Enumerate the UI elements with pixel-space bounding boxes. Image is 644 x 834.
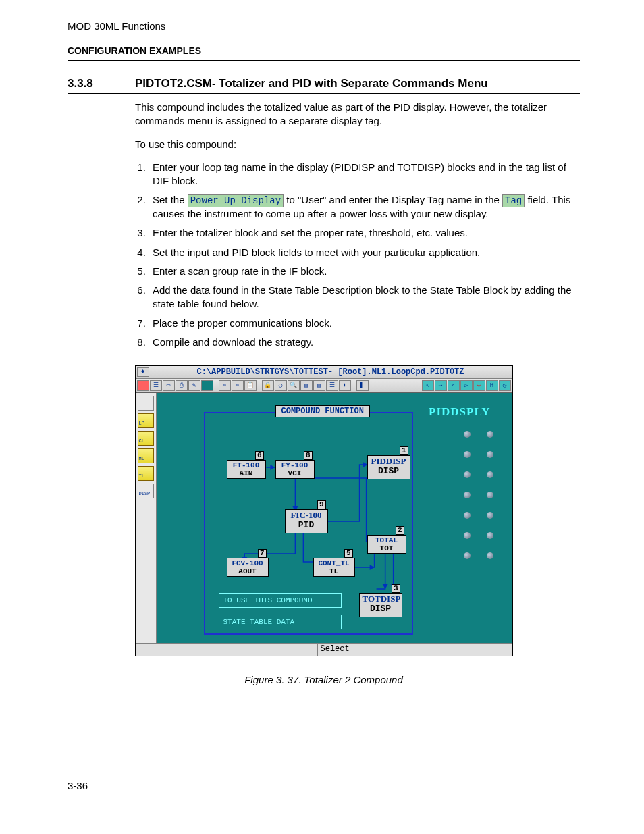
page-number: 3-36	[68, 780, 580, 791]
note-state[interactable]: STATE TABLE DATA	[219, 615, 342, 629]
figure-caption: Figure 3. 37. Totalizer 2 Compound	[68, 674, 580, 685]
toolbar-btn[interactable]: ▷	[460, 380, 473, 391]
step-1: Enter your loop tag name in the display …	[149, 161, 580, 188]
toolbar-btn[interactable]: ◯	[275, 380, 287, 391]
palette-item-cl[interactable]: CL	[138, 431, 154, 446]
indicator-dot	[487, 492, 493, 498]
indicator-dot	[487, 471, 493, 478]
tag-chip: Tag	[502, 194, 525, 207]
indicator-dot	[464, 431, 471, 438]
palette-item-ml[interactable]: ML	[138, 448, 154, 463]
section-label: CONFIGURATION EXAMPLES	[68, 45, 580, 56]
indicator-dot	[464, 492, 471, 498]
title-bar: ♦ C:\APPBUILD\STRTGYS\TOTTEST- [Root].ML…	[136, 366, 512, 379]
rule	[68, 60, 580, 61]
status-select: Select	[318, 644, 412, 656]
window-title: C:\APPBUILD\STRTGYS\TOTTEST- [Root].ML1.…	[149, 367, 512, 377]
pointer-icon[interactable]: ↖	[422, 380, 434, 391]
indicator-dot	[464, 451, 471, 458]
indicator-dot	[487, 512, 493, 519]
side-title: PIDDSPLY	[429, 405, 490, 419]
steps-list: Enter your loop tag name in the display …	[135, 161, 580, 349]
toolbar-btn[interactable]	[201, 380, 213, 391]
block-fcv100[interactable]: 7 FCV-100 AOUT	[227, 558, 269, 577]
step-2: Set the Power Up Display to "User" and e…	[149, 193, 580, 221]
paste-icon[interactable]: 📋	[244, 380, 257, 391]
search-icon[interactable]: 🔍	[288, 380, 300, 391]
toolbar-btn[interactable]: →	[435, 380, 447, 391]
indicator-dot	[487, 431, 493, 438]
block-piddisp[interactable]: 1 PIDDISP DISP	[367, 455, 410, 479]
toolbar-btn[interactable]: H	[486, 380, 498, 391]
toolbar-btn[interactable]: ▤	[313, 380, 325, 391]
palette-item-disp[interactable]: DISP	[138, 484, 154, 498]
toolbar: ☰ ▭ ⎙ ✎ ✂ ✂ 📋 🔒 ◯ 🔍 ▤ ▤ ☰ ⬆ ▌ ↖	[136, 379, 512, 393]
lead-paragraph: To use this compound:	[135, 138, 580, 151]
toolbar-btn[interactable]: ▤	[300, 380, 313, 391]
compound-title: COMPOUND FUNCTION	[275, 405, 370, 417]
window-control-icon[interactable]: ♦	[137, 367, 149, 377]
toolbar-btn[interactable]: ✂	[232, 380, 244, 391]
toolbar-btn[interactable]: ▭	[163, 380, 175, 391]
open-icon[interactable]: ☰	[150, 380, 162, 391]
toolbar-btn[interactable]: ◎	[499, 380, 511, 391]
step-3: Enter the totalizer block and set the pr…	[149, 226, 580, 240]
toolbar-btn[interactable]: ∘	[448, 380, 460, 391]
step-4: Set the input and PID block fields to me…	[149, 246, 580, 259]
indicator-dot	[487, 532, 493, 539]
toolbar-btn[interactable]: ▌	[356, 380, 369, 391]
toolbar-btn[interactable]: ⬆	[339, 380, 351, 391]
block-ft100[interactable]: 6 FT-100 AIN	[227, 460, 266, 479]
block-fy100[interactable]: 8 FY-100 VCI	[275, 460, 315, 479]
block-total[interactable]: 2 TOTAL TOT	[367, 535, 406, 554]
status-seg	[136, 644, 318, 656]
indicator-dot	[464, 471, 471, 478]
palette-item-lp[interactable]: LP	[138, 413, 154, 428]
palette-item-tl[interactable]: TL	[138, 466, 154, 481]
indicator-dot	[464, 532, 471, 539]
note-use[interactable]: TO USE THIS COMPOUND	[219, 593, 342, 608]
toolbar-btn[interactable]	[137, 380, 149, 391]
heading-number: 3.3.8	[68, 77, 135, 90]
toolbar-btn[interactable]: ☩	[473, 380, 485, 391]
block-totdisp[interactable]: 3 TOTDISP DISP	[359, 593, 402, 617]
indicator-dot	[487, 552, 493, 559]
intro-paragraph: This compound includes the totalized val…	[135, 101, 580, 128]
powerup-chip: Power Up Display	[188, 194, 284, 207]
running-head: MOD 30ML Functions	[68, 20, 580, 32]
app-window: ♦ C:\APPBUILD\STRTGYS\TOTTEST- [Root].ML…	[135, 365, 513, 656]
heading-title: PIDTOT2.CSM- Totalizer and PID with Sepa…	[135, 77, 488, 90]
status-bar: Select	[136, 643, 512, 656]
indicator-dot	[464, 512, 471, 519]
lock-icon[interactable]: 🔒	[262, 380, 274, 391]
cut-icon[interactable]: ✂	[219, 380, 231, 391]
block-fic100[interactable]: 9 FIC-100 PID	[285, 509, 328, 533]
canvas[interactable]: COMPOUND FUNCTION 6 FT-100 AIN 8 FY-100 …	[157, 393, 512, 643]
rule	[68, 93, 580, 94]
indicator-dot	[464, 552, 471, 559]
palette-item[interactable]	[138, 396, 154, 411]
toolbar-btn[interactable]: ☰	[326, 380, 338, 391]
status-seg	[412, 644, 512, 656]
step-5: Enter a scan group rate in the IF block.	[149, 265, 580, 278]
step-6: Add the data found in the State Table De…	[149, 284, 580, 311]
indicator-dot	[487, 451, 493, 458]
print-icon[interactable]: ⎙	[176, 380, 188, 391]
step-8: Compile and download the strategy.	[149, 336, 580, 349]
toolbar-btn[interactable]: ✎	[188, 380, 200, 391]
palette: LP CL ML TL DISP	[136, 393, 157, 643]
block-conttl[interactable]: 5 CONT_TL TL	[313, 558, 355, 577]
step-7: Place the proper communications block.	[149, 317, 580, 330]
